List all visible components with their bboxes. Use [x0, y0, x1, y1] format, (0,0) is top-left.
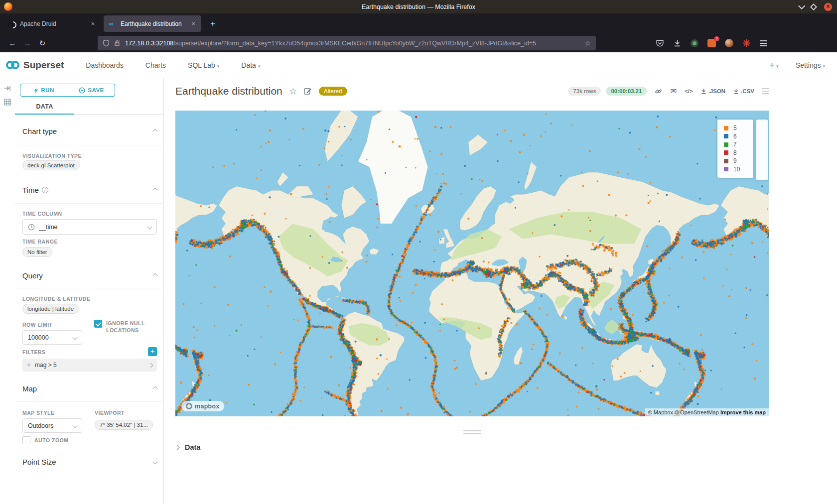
download-icon [701, 88, 706, 94]
superset-logo[interactable]: Superset [6, 60, 64, 71]
run-button[interactable]: RUN [20, 84, 68, 97]
logo-circle [11, 61, 19, 69]
lightning-icon [34, 87, 38, 94]
section-time[interactable]: Time i [22, 186, 157, 194]
window-minimize-icon[interactable] [798, 2, 805, 9]
row-limit-select[interactable]: 100000 [22, 330, 82, 345]
forward-button[interactable]: → [20, 39, 35, 47]
superset-navbar: Superset Dashboards Charts SQL Lab▾ Data… [0, 52, 837, 78]
tab-apache-druid[interactable]: Apache Druid × [3, 15, 101, 32]
map-style-select[interactable]: Outdoors [22, 418, 82, 433]
datasource-rail [0, 78, 15, 504]
altered-badge[interactable]: Altered [319, 87, 347, 96]
chevron-down-icon [147, 225, 152, 230]
reload-button[interactable]: ↻ [35, 39, 50, 48]
nav-charts[interactable]: Charts [145, 61, 166, 69]
window-close-button[interactable]: × [824, 3, 832, 11]
mapbox-logo[interactable]: mapbox [181, 401, 224, 411]
lonlat-value[interactable]: longitude | latitude [22, 304, 79, 314]
tab-strip: Apache Druid × ∞ Earthquake distribution… [0, 13, 837, 34]
expand-panel-icon[interactable] [3, 84, 11, 92]
insecure-lock-icon[interactable] [114, 39, 121, 47]
ignore-null-checkbox[interactable] [94, 320, 102, 328]
edit-properties-icon[interactable] [304, 87, 312, 95]
tab-close-icon[interactable]: × [190, 20, 196, 27]
embed-code-button[interactable]: </> [685, 88, 693, 94]
auto-zoom-control[interactable]: AUTO ZOOM [22, 436, 68, 444]
firefox-menu-icon[interactable] [760, 39, 767, 48]
chevron-down-icon [153, 460, 158, 465]
tab-earthquake-distribution[interactable]: ∞ Earthquake distribution × [104, 15, 201, 32]
tab-data[interactable]: DATA [15, 100, 74, 114]
downloads-icon[interactable] [673, 39, 682, 47]
data-panel-title: Data [185, 443, 200, 451]
legend-row: 9 [724, 157, 753, 165]
time-column-value: __time [39, 224, 58, 231]
resize-drag-handle[interactable] [175, 430, 769, 434]
section-query[interactable]: Query [22, 271, 157, 280]
time-range-value[interactable]: No filter [22, 247, 52, 257]
tab-close-icon[interactable]: × [90, 20, 96, 27]
ignore-null-control[interactable]: IGNORE NULL LOCATIONS [94, 320, 159, 334]
nav-dashboards[interactable]: Dashboards [86, 61, 124, 69]
settings-menu[interactable]: Settings▾ [796, 61, 825, 69]
viz-type-value[interactable]: deck.gl Scatterplot [22, 160, 80, 170]
extension-starburst-icon[interactable] [742, 39, 751, 47]
add-filter-button[interactable]: + [148, 347, 157, 356]
legend-row: 6 [724, 132, 753, 141]
legend-swatch [724, 167, 728, 171]
chart-menu-icon[interactable] [762, 87, 769, 96]
filters-label: FILTERS [22, 349, 45, 355]
add-new-button[interactable]: +▾ [769, 60, 778, 70]
window-title: Earthquake distribution — Mozilla Firefo… [0, 3, 837, 10]
legend-scrollbar[interactable] [756, 120, 768, 180]
adblock-extension-icon[interactable]: 2 [707, 39, 716, 47]
legend-label: 9 [733, 157, 737, 164]
auto-zoom-label: AUTO ZOOM [34, 437, 68, 443]
email-button[interactable]: ✉ [670, 87, 677, 96]
chevron-right-icon [175, 445, 180, 450]
back-button[interactable]: ← [5, 39, 20, 47]
export-csv-button[interactable]: .CSV [733, 88, 754, 94]
legend-label: 7 [733, 141, 737, 148]
export-json-button[interactable]: .JSON [701, 88, 726, 94]
time-column-select[interactable]: __time [22, 219, 157, 235]
nav-data[interactable]: Data▾ [241, 61, 260, 69]
section-map[interactable]: Map [22, 384, 157, 393]
profile-avatar[interactable] [725, 39, 733, 47]
url-bar[interactable]: 172.18.0.3:32108/superset/explore/?form_… [98, 36, 596, 50]
extension-icon[interactable] [691, 39, 698, 47]
window-maximize-icon[interactable] [810, 3, 817, 10]
remove-filter-icon[interactable]: × [27, 362, 30, 369]
data-panel-header[interactable]: Data [175, 443, 200, 451]
favorite-star-icon[interactable]: ☆ [289, 86, 297, 97]
section-point-size[interactable]: Point Size [22, 458, 157, 466]
apache-druid-favicon [8, 20, 16, 28]
filter-chip[interactable]: × mag > 5 [22, 359, 157, 372]
tracking-shield-icon[interactable] [103, 39, 110, 47]
auto-zoom-checkbox[interactable] [22, 436, 30, 444]
section-chart-type[interactable]: Chart type [22, 127, 157, 135]
deckgl-scatter-map[interactable]: 5678910 mapbox © Mapbox © OpenStreetMap … [175, 111, 769, 416]
clock-icon [28, 224, 35, 231]
nav-sql-lab[interactable]: SQL Lab▾ [188, 61, 219, 69]
improve-map-link[interactable]: Improve this map [720, 409, 766, 415]
share-link-button[interactable] [655, 88, 662, 95]
viewport-value[interactable]: 7° 35' 54.02" | 31... [95, 420, 153, 430]
legend-label: 5 [733, 125, 737, 131]
dataset-grid-icon[interactable] [3, 98, 11, 106]
earthquake-points-canvas [175, 111, 769, 416]
pocket-icon[interactable] [656, 39, 664, 47]
caret-down-icon: ▾ [823, 64, 825, 69]
legend-swatch [724, 126, 728, 130]
info-icon: i [42, 187, 48, 193]
attribution-text: © Mapbox © OpenStreetMap [648, 409, 719, 415]
url-path: /superset/explore/?form_data_key=1Ykx7oD… [173, 40, 536, 47]
legend-row: 7 [724, 140, 753, 149]
chart-header: Earthquake distribution ☆ Altered 73k ro… [175, 85, 769, 97]
new-tab-button[interactable]: + [206, 18, 219, 30]
map-style-value: Outdoors [28, 422, 53, 429]
bookmark-star-icon[interactable]: ☆ [584, 39, 591, 47]
save-button[interactable]: SAVE [68, 84, 115, 97]
map-style-label: MAP STYLE [22, 410, 54, 416]
